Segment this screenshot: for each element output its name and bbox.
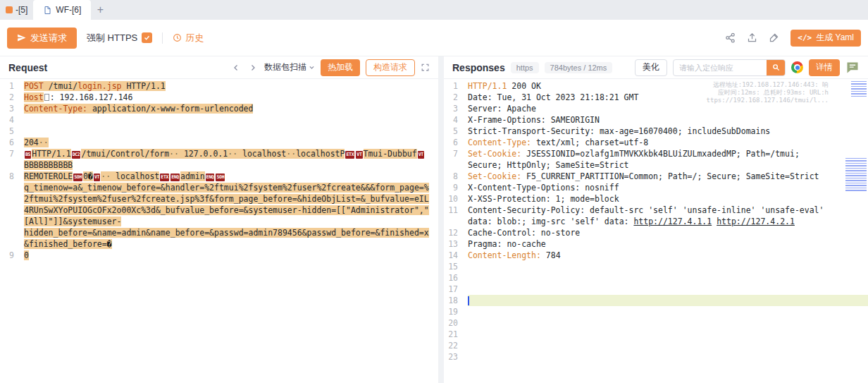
- response-search-input[interactable]: [674, 63, 767, 72]
- editor-line[interactable]: 20: [444, 317, 868, 329]
- line-number: 18: [444, 295, 468, 306]
- editor-line[interactable]: 7Set-Cookie: JSESSIONID=ozlafg1mTMVKXkbk…: [444, 148, 868, 171]
- overlay-line: 应时间:12ms: 总耗时:93ms: URL:h: [707, 89, 829, 97]
- line-content[interactable]: [468, 261, 868, 272]
- editor-line[interactable]: 10X-XSS-Protection: 1; mode=block: [444, 193, 868, 205]
- line-content[interactable]: Cache-Control: no-store: [468, 227, 868, 238]
- line-content[interactable]: [468, 284, 868, 295]
- editor-line[interactable]: 22: [444, 340, 868, 351]
- export-button[interactable]: [747, 32, 757, 43]
- minimap-marks-top: [851, 81, 867, 97]
- line-content[interactable]: X-Content-Type-Options: nosniff: [468, 182, 868, 193]
- editor-line[interactable]: 2Host: 192.168.127.146: [0, 92, 438, 103]
- panel-splitter[interactable]: [438, 56, 444, 383]
- fullscreen-button[interactable]: [421, 63, 430, 72]
- editor-line[interactable]: 8REMOTEROLESOH0�VT·· localhostETXENQadmi…: [0, 171, 438, 250]
- line-number: 2: [444, 92, 468, 103]
- line-content[interactable]: Content-Type: text/xml; charset=utf-8: [468, 137, 868, 148]
- generate-yaml-label: 生成 Yaml: [816, 32, 854, 44]
- editor-line[interactable]: 11Content-Security-Policy: default-src '…: [444, 205, 868, 227]
- beautify-button[interactable]: 美化: [635, 59, 667, 76]
- details-button[interactable]: 详情: [809, 59, 840, 76]
- line-content[interactable]: 204··: [24, 137, 438, 148]
- response-editor[interactable]: 1HTTP/1.1 200 OK2Date: Tue, 31 Oct 2023 …: [444, 80, 868, 363]
- send-request-button[interactable]: 发送请求: [7, 28, 77, 49]
- chrome-icon[interactable]: [791, 61, 803, 73]
- editor-line[interactable]: 18: [444, 295, 868, 306]
- line-content[interactable]: [468, 295, 868, 306]
- search-button[interactable]: [767, 59, 785, 76]
- line-content[interactable]: [468, 317, 868, 329]
- line-content[interactable]: Pragma: no-cache: [468, 238, 868, 250]
- response-panel-title: Responses: [452, 62, 505, 73]
- line-content[interactable]: [468, 340, 868, 351]
- editor-line[interactable]: 15: [444, 261, 868, 272]
- line-number: 17: [444, 284, 468, 295]
- editor-line[interactable]: 4X-Frame-Options: SAMEORIGIN: [444, 114, 868, 126]
- generate-yaml-button[interactable]: </> 生成 Yaml: [790, 30, 861, 47]
- share-button[interactable]: [725, 32, 736, 43]
- feedback-chat-button[interactable]: [845, 61, 860, 75]
- minimap[interactable]: [833, 79, 868, 383]
- construct-request-button[interactable]: 构造请求: [366, 59, 415, 76]
- editor-line[interactable]: 8Set-Cookie: F5_CURRENT_PARTITION=Common…: [444, 171, 868, 182]
- line-content[interactable]: [24, 114, 438, 126]
- editor-line[interactable]: 6Content-Type: text/xml; charset=utf-8: [444, 137, 868, 148]
- line-content[interactable]: [468, 351, 868, 363]
- checkbox-checked-icon: [142, 32, 152, 43]
- tab-active-wf[interactable]: WF-[6]: [33, 0, 91, 20]
- editor-line[interactable]: 9X-Content-Type-Options: nosniff: [444, 182, 868, 193]
- editor-line[interactable]: 6204··: [0, 137, 438, 148]
- add-tab-button[interactable]: +: [91, 0, 109, 20]
- line-content[interactable]: Set-Cookie: JSESSIONID=ozlafg1mTMVKXkbk4…: [468, 148, 868, 171]
- editor-line[interactable]: 7BSHTTP/1.1DC2/tmui/Control/form·· 127.0…: [0, 148, 438, 171]
- editor-line[interactable]: 21: [444, 329, 868, 340]
- line-content[interactable]: Content-Length: 784: [468, 250, 868, 261]
- send-request-label: 发送请求: [30, 32, 67, 44]
- stats-tag: 784bytes / 12ms: [545, 62, 613, 73]
- request-editor[interactable]: 1POST /tmui/login.jsp HTTP/1.12Host: 192…: [0, 79, 438, 383]
- line-content[interactable]: Set-Cookie: F5_CURRENT_PARTITION=Common;…: [468, 171, 868, 182]
- editor-line[interactable]: 5Strict-Transport-Security: max-age=1607…: [444, 126, 868, 137]
- editor-line[interactable]: 14Content-Length: 784: [444, 250, 868, 261]
- editor-line[interactable]: 3Content-Type: application/x-www-form-ur…: [0, 103, 438, 114]
- response-header-actions: 美化 详情: [635, 59, 860, 76]
- line-content[interactable]: Host: 192.168.127.146: [24, 92, 438, 103]
- editor-line[interactable]: 12Cache-Control: no-store: [444, 227, 868, 238]
- editor-line[interactable]: 4: [0, 114, 438, 126]
- tab-overflow[interactable]: -[5]: [0, 0, 33, 20]
- line-content[interactable]: [468, 272, 868, 284]
- editor-line[interactable]: 90: [0, 250, 438, 261]
- line-content[interactable]: [468, 306, 868, 317]
- packet-scan-button[interactable]: 数据包扫描: [264, 61, 315, 73]
- response-panel-header: Responses https 784bytes / 12ms 美化 详: [444, 56, 868, 79]
- prev-request-button[interactable]: [230, 62, 242, 73]
- line-number: 4: [0, 114, 24, 126]
- next-request-button[interactable]: [247, 62, 259, 73]
- editor-line[interactable]: 19: [444, 306, 868, 317]
- hot-reload-button[interactable]: 热加载: [321, 59, 360, 76]
- line-content[interactable]: Strict-Transport-Security: max-age=16070…: [468, 126, 868, 137]
- editor-line[interactable]: 17: [444, 284, 868, 295]
- editor-line[interactable]: 13Pragma: no-cache: [444, 238, 868, 250]
- editor-line[interactable]: 3Server: Apache: [444, 103, 868, 114]
- edit-button[interactable]: [769, 32, 779, 43]
- line-content[interactable]: X-Frame-Options: SAMEORIGIN: [468, 114, 868, 126]
- line-content[interactable]: X-XSS-Protection: 1; mode=block: [468, 193, 868, 205]
- line-content[interactable]: BSHTTP/1.1DC2/tmui/Control/form·· 127.0.…: [24, 148, 438, 171]
- line-content[interactable]: 0: [24, 250, 438, 261]
- editor-line[interactable]: 16: [444, 272, 868, 284]
- line-content[interactable]: Server: Apache: [468, 103, 868, 114]
- line-content[interactable]: REMOTEROLESOH0�VT·· localhostETXENQadmin…: [24, 171, 438, 250]
- editor-line[interactable]: 1POST /tmui/login.jsp HTTP/1.1: [0, 80, 438, 92]
- history-button[interactable]: 历史: [173, 32, 204, 44]
- line-content[interactable]: Content-Security-Policy: default-src 'se…: [468, 205, 868, 227]
- editor-line[interactable]: 5: [0, 126, 438, 137]
- line-content[interactable]: [24, 126, 438, 137]
- line-content[interactable]: [468, 329, 868, 340]
- force-https-label: 强制 HTTPS: [87, 32, 137, 44]
- line-content[interactable]: POST /tmui/login.jsp HTTP/1.1: [24, 80, 438, 92]
- force-https-toggle[interactable]: 强制 HTTPS: [87, 32, 152, 44]
- editor-line[interactable]: 23: [444, 351, 868, 363]
- line-content[interactable]: Content-Type: application/x-www-form-url…: [24, 103, 438, 114]
